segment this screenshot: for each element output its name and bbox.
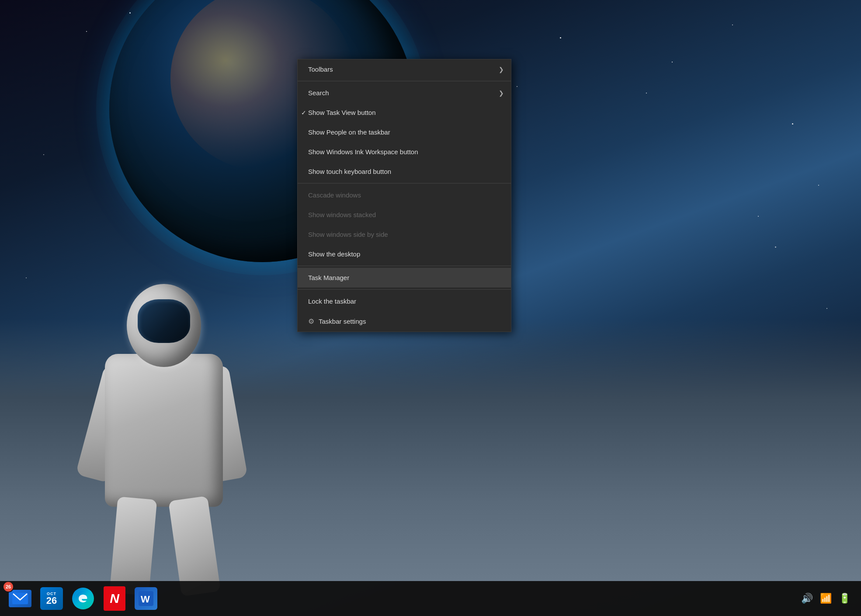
astronaut <box>87 284 240 590</box>
separator-3 <box>298 266 511 266</box>
taskbar-mail-icon[interactable]: 26 26 <box>5 584 35 613</box>
mail-icon-box: 26 <box>9 590 31 607</box>
show-task-view-label: Show Task View button <box>308 109 376 116</box>
search-arrow-icon: ❯ <box>499 90 504 97</box>
menu-item-toolbars[interactable]: Toolbars ❯ <box>298 59 511 79</box>
menu-item-show-ink[interactable]: Show Windows Ink Workspace button <box>298 142 511 162</box>
taskbar-system-tray: 🔊 📶 🔋 <box>799 591 857 606</box>
taskbar-word-icon[interactable]: W <box>131 584 161 613</box>
mail-envelope-icon <box>12 593 28 604</box>
astronaut-helmet <box>127 284 201 367</box>
toolbars-label: Toolbars <box>308 66 333 73</box>
menu-item-lock-taskbar[interactable]: Lock the taskbar <box>298 291 511 311</box>
menu-item-show-task-view[interactable]: ✓ Show Task View button <box>298 103 511 122</box>
show-people-label: Show People on the taskbar <box>308 128 390 136</box>
separator-2 <box>298 183 511 183</box>
menu-item-task-manager[interactable]: Task Manager <box>298 268 511 287</box>
menu-item-show-touch-kb[interactable]: Show touch keyboard button <box>298 162 511 181</box>
show-ink-label: Show Windows Ink Workspace button <box>308 148 418 156</box>
word-app-icon: W <box>139 591 153 606</box>
taskbar-calendar-icon[interactable]: OCT 26 <box>37 584 66 613</box>
calendar-day: 26 <box>46 596 57 606</box>
edge-browser-icon <box>76 591 90 606</box>
volume-icon[interactable]: 🔊 <box>799 591 815 606</box>
gear-icon: ⚙ <box>308 317 314 325</box>
astronaut-body <box>105 354 223 507</box>
taskbar-netflix-icon[interactable]: N <box>100 584 129 613</box>
menu-item-show-people[interactable]: Show People on the taskbar <box>298 122 511 142</box>
menu-item-taskbar-settings[interactable]: ⚙ Taskbar settings <box>298 311 511 332</box>
show-touch-kb-label: Show touch keyboard button <box>308 168 391 175</box>
battery-icon[interactable]: 🔋 <box>837 591 852 606</box>
taskbar: 26 26 OCT 26 <box>0 581 861 616</box>
check-icon: ✓ <box>301 109 306 116</box>
arrow-icon: ❯ <box>499 66 504 73</box>
cascade-windows-label: Cascade windows <box>308 191 361 199</box>
edge-icon-box <box>72 588 94 609</box>
show-stacked-label: Show windows stacked <box>308 211 376 218</box>
search-label: Search <box>308 89 329 97</box>
netflix-icon-box: N <box>104 586 125 611</box>
task-manager-label: Task Manager <box>308 274 349 281</box>
separator-4 <box>298 289 511 290</box>
calendar-icon-box: OCT 26 <box>40 587 63 610</box>
taskbar-settings-label: Taskbar settings <box>319 318 366 325</box>
menu-item-show-desktop[interactable]: Show the desktop <box>298 244 511 264</box>
taskbar-edge-icon[interactable] <box>68 584 98 613</box>
context-menu: Toolbars ❯ Search ❯ ✓ Show Task View but… <box>297 59 511 332</box>
mail-notification-badge: 26 <box>3 581 14 592</box>
menu-item-show-side-by-side: Show windows side by side <box>298 225 511 244</box>
menu-item-show-stacked: Show windows stacked <box>298 205 511 225</box>
menu-item-cascade-windows: Cascade windows <box>298 185 511 205</box>
show-side-by-side-label: Show windows side by side <box>308 231 388 238</box>
lock-taskbar-label: Lock the taskbar <box>308 298 356 305</box>
separator-1 <box>298 81 511 81</box>
svg-text:W: W <box>141 594 150 605</box>
menu-item-search[interactable]: Search ❯ <box>298 83 511 103</box>
wifi-icon[interactable]: 📶 <box>818 591 833 606</box>
show-desktop-label: Show the desktop <box>308 250 360 258</box>
word-icon-box: W <box>135 587 157 610</box>
